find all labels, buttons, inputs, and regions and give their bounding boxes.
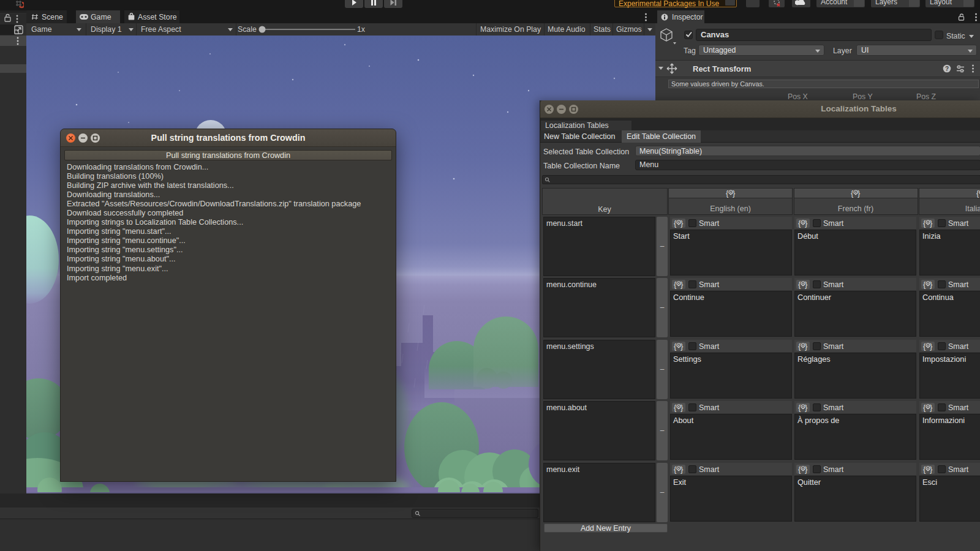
svg-text:}: } <box>680 403 684 412</box>
svg-text:{: { <box>923 280 926 289</box>
svg-text:{: { <box>674 465 677 474</box>
svg-text:}: } <box>930 342 933 351</box>
svg-text:{: { <box>798 219 801 228</box>
svg-text:}: } <box>930 280 933 289</box>
svg-text:}: } <box>805 219 808 228</box>
svg-text:}: } <box>680 465 684 474</box>
svg-text:}: } <box>930 403 933 412</box>
svg-text:}: } <box>805 342 808 351</box>
svg-text:{: { <box>674 280 677 289</box>
svg-text:{: { <box>674 403 677 412</box>
svg-text:{: { <box>798 342 801 351</box>
svg-text:}: } <box>805 280 808 289</box>
svg-text:{: { <box>976 189 979 198</box>
svg-text:}: } <box>805 403 808 412</box>
svg-text:}: } <box>805 465 808 474</box>
svg-text:}: } <box>680 342 684 351</box>
svg-text:}: } <box>733 189 736 198</box>
svg-text:{: { <box>674 342 677 351</box>
svg-text:{: { <box>851 189 854 198</box>
svg-text:{: { <box>923 342 926 351</box>
svg-text:{: { <box>798 280 801 289</box>
svg-text:}: } <box>680 219 684 228</box>
svg-text:{: { <box>923 219 926 228</box>
svg-text:{: { <box>923 403 926 412</box>
svg-text:}: } <box>680 280 684 289</box>
svg-text:?: ? <box>945 66 949 72</box>
svg-text:{: { <box>798 465 801 474</box>
svg-text:}: } <box>930 219 933 228</box>
svg-text:{: { <box>798 403 801 412</box>
svg-text:}: } <box>858 189 861 198</box>
svg-text:{: { <box>923 465 926 474</box>
svg-text:{: { <box>674 219 677 228</box>
svg-text:}: } <box>930 465 933 474</box>
svg-text:{: { <box>726 189 729 198</box>
